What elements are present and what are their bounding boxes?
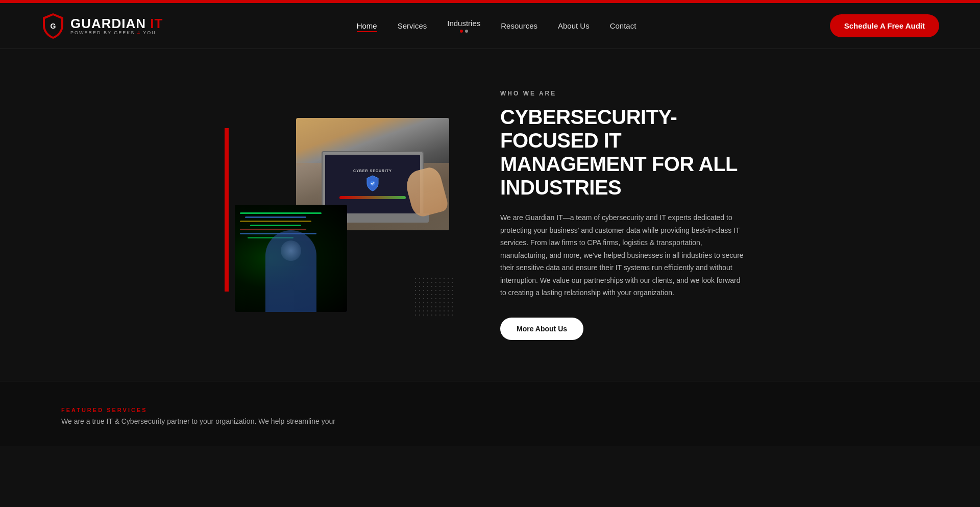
svg-text:G: G bbox=[51, 22, 56, 30]
nav-item-services[interactable]: Services bbox=[398, 21, 427, 31]
nav-link-services[interactable]: Services bbox=[398, 21, 427, 30]
nav-links: Home Services Industries Resources About… bbox=[357, 19, 636, 33]
nav-item-industries[interactable]: Industries bbox=[447, 19, 480, 33]
schedule-audit-button[interactable]: Schedule A Free Audit bbox=[830, 14, 939, 37]
dot-2 bbox=[465, 30, 468, 33]
dot-grid-decoration bbox=[413, 276, 454, 317]
nav-dropdown-indicator bbox=[460, 30, 468, 33]
nav-item-resources[interactable]: Resources bbox=[501, 21, 537, 31]
shield-icon: G bbox=[41, 12, 65, 40]
nav-item-contact[interactable]: Contact bbox=[610, 21, 636, 31]
nav-link-industries[interactable]: Industries bbox=[447, 19, 480, 28]
about-description: We are Guardian IT—a team of cybersecuri… bbox=[500, 211, 745, 299]
featured-services-section: FEATURED SERVICES We are a true IT & Cyb… bbox=[0, 381, 980, 446]
nav-link-home[interactable]: Home bbox=[357, 21, 377, 30]
about-text-section: WHO WE ARE Cybersecurity-Focused IT Mana… bbox=[500, 90, 745, 340]
logo-brand: GUARDIAN IT bbox=[70, 17, 163, 30]
image-collage: CYBER SECURITY bbox=[235, 118, 449, 312]
more-about-us-button[interactable]: More About Us bbox=[500, 318, 583, 340]
featured-services-description: We are a true IT & Cybersecurity partner… bbox=[61, 417, 368, 425]
programmer-image bbox=[235, 205, 347, 312]
nav-item-home[interactable]: Home bbox=[357, 21, 377, 30]
logo-tagline: Powered By Geeks 4 You bbox=[70, 30, 163, 35]
featured-services-label: FEATURED SERVICES bbox=[61, 407, 919, 413]
logo[interactable]: G GUARDIAN IT Powered By Geeks 4 You bbox=[41, 12, 163, 40]
nav-item-about[interactable]: About Us bbox=[558, 21, 590, 31]
red-accent-bar bbox=[225, 128, 229, 292]
who-we-are-label: WHO WE ARE bbox=[500, 90, 745, 97]
logo-text: GUARDIAN IT Powered By Geeks 4 You bbox=[70, 17, 163, 35]
nav-link-contact[interactable]: Contact bbox=[610, 21, 636, 30]
about-section: CYBER SECURITY bbox=[0, 49, 980, 381]
dot-1 bbox=[460, 30, 463, 33]
section-title: Cybersecurity-Focused IT Management for … bbox=[500, 105, 745, 199]
nav-link-resources[interactable]: Resources bbox=[501, 21, 537, 30]
navbar: G GUARDIAN IT Powered By Geeks 4 You Hom… bbox=[0, 3, 980, 49]
nav-link-about[interactable]: About Us bbox=[558, 21, 590, 30]
